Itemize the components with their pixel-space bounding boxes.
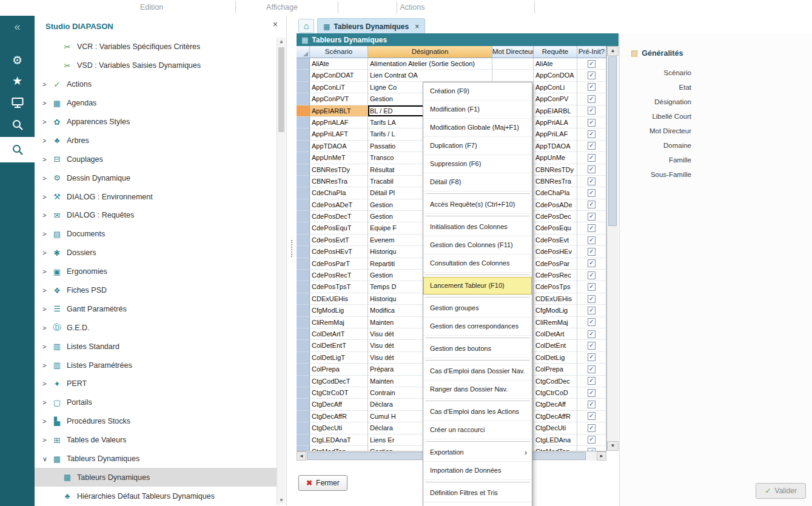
checkbox-checked-icon[interactable]: ✓ xyxy=(588,142,596,150)
tree-item-fiches-psd[interactable]: >❖Fiches PSD xyxy=(35,281,277,300)
column-header-scenario[interactable]: Scénario xyxy=(310,46,368,58)
tree-item-couplages[interactable]: >⊟Couplages xyxy=(35,150,277,168)
cell-scenario[interactable]: CdePosADeT xyxy=(310,199,368,211)
cell-pre-init[interactable]: ✓ xyxy=(577,411,606,422)
search-button[interactable] xyxy=(0,115,35,135)
checkbox-checked-icon[interactable]: ✓ xyxy=(588,130,596,138)
row-selector[interactable] xyxy=(297,422,310,434)
cell-mot-directeur[interactable] xyxy=(492,58,534,70)
cell-requete[interactable]: ColPrepa xyxy=(534,364,577,375)
menu-item-lancement-tableur-f10[interactable]: Lancement Tableur (F10) xyxy=(423,277,532,295)
scroll-up-icon[interactable]: ▲ xyxy=(607,46,619,56)
row-selector[interactable] xyxy=(297,305,310,316)
cell-requete[interactable]: AppConDOA xyxy=(534,70,577,81)
row-selector[interactable] xyxy=(297,235,310,246)
cell-pre-init[interactable]: ✓ xyxy=(577,352,606,364)
menu-item-importation-de-donnees[interactable]: Importation de Données xyxy=(423,462,532,480)
cell-scenario[interactable]: CtgDecAffR xyxy=(310,411,368,422)
scroll-down-icon[interactable]: ▼ xyxy=(607,441,619,451)
cell-pre-init[interactable]: ✓ xyxy=(577,82,606,93)
cell-requete[interactable]: CtgCtrCoD xyxy=(534,387,577,399)
menu-item-exportation[interactable]: Exportation› xyxy=(423,444,532,462)
row-selector[interactable] xyxy=(297,399,310,410)
checkbox-checked-icon[interactable]: ✓ xyxy=(588,165,596,173)
collapse-sidebar-button[interactable]: « xyxy=(0,18,35,35)
cell-requete[interactable]: CtgCodDec xyxy=(534,376,577,387)
cell-pre-init[interactable]: ✓ xyxy=(577,376,606,387)
cell-scenario[interactable]: CdePosDecT xyxy=(310,211,368,222)
tree-item-hierarchies-defaut-tableurs-dynamiques[interactable]: ♣Hiérarchies Défaut Tableurs Dynamiques xyxy=(35,487,277,505)
cell-requete[interactable]: ColDetLig xyxy=(534,352,577,364)
cell-pre-init[interactable]: ✓ xyxy=(577,164,606,176)
tree-item-dossiers[interactable]: >✱Dossiers xyxy=(35,244,277,262)
cell-requete[interactable]: CdePosEqu xyxy=(534,222,577,234)
cell-pre-init[interactable]: ✓ xyxy=(577,128,606,140)
cell-requete[interactable]: CtgDecUti xyxy=(534,422,577,434)
row-selector[interactable] xyxy=(297,93,310,105)
menu-item-definition-filtres-et-tris[interactable]: Définition Filtres et Tris xyxy=(423,484,532,502)
tree-item-dialog-requetes[interactable]: >✉DIALOG : Requêtes xyxy=(35,206,277,225)
checkbox-checked-icon[interactable]: ✓ xyxy=(588,224,596,232)
row-selector[interactable] xyxy=(297,128,310,140)
menu-item-modification-f1[interactable]: Modification (F1) xyxy=(423,101,532,119)
checkbox-checked-icon[interactable]: ✓ xyxy=(588,60,596,68)
cell-pre-init[interactable]: ✓ xyxy=(577,199,606,211)
cell-scenario[interactable]: AppTDAOA xyxy=(310,141,368,152)
row-selector[interactable] xyxy=(297,211,310,222)
cell-pre-init[interactable]: ✓ xyxy=(577,235,606,246)
row-selector[interactable] xyxy=(297,293,310,305)
cell-pre-init[interactable]: ✓ xyxy=(577,434,606,446)
cell-requete[interactable]: CdePosDec xyxy=(534,211,577,222)
cell-scenario[interactable]: CdeChaPla xyxy=(310,187,368,199)
cell-requete[interactable]: CtgLEDAna xyxy=(534,434,577,446)
tree-item-apparences-styles[interactable]: >✿Apparences Styles xyxy=(35,113,277,131)
row-selector[interactable] xyxy=(297,222,310,234)
cell-scenario[interactable]: AppPriLAFT xyxy=(310,128,368,140)
cell-pre-init[interactable]: ✓ xyxy=(577,399,606,410)
cell-requete[interactable]: AliAte xyxy=(534,58,577,70)
row-selector[interactable] xyxy=(297,340,310,351)
cell-scenario[interactable]: CtgCodDecT xyxy=(310,376,368,387)
cell-pre-init[interactable]: ✓ xyxy=(577,305,606,316)
cell-requete[interactable]: CBNResTDy xyxy=(534,164,577,176)
tree-item-listes-parametrees[interactable]: >▥Listes Paramétrées xyxy=(35,356,277,375)
menu-edition[interactable]: Edition xyxy=(124,3,179,12)
cell-scenario[interactable]: ColDetLigT xyxy=(310,352,368,364)
tree-item-documents[interactable]: >▤Documents xyxy=(35,225,277,244)
checkbox-checked-icon[interactable]: ✓ xyxy=(588,189,596,197)
checkbox-checked-icon[interactable]: ✓ xyxy=(588,318,596,326)
row-selector[interactable] xyxy=(297,364,310,375)
cell-scenario[interactable]: CDExUEHis xyxy=(310,293,368,305)
tab-close-icon[interactable]: × xyxy=(415,22,419,31)
row-selector[interactable] xyxy=(297,70,310,81)
cell-requete[interactable]: AppEIARBL xyxy=(534,105,577,117)
row-selector[interactable] xyxy=(297,187,310,199)
cell-scenario[interactable]: CtgDecUti xyxy=(310,422,368,434)
cell-designation[interactable]: Alimentation Atelier (Sortie Section) xyxy=(368,58,492,70)
row-selector[interactable] xyxy=(297,141,310,152)
select-all-corner[interactable] xyxy=(297,46,310,58)
table-row[interactable]: AppConDOATLien Contrat OAAppConDOA✓ xyxy=(297,70,606,81)
checkbox-checked-icon[interactable]: ✓ xyxy=(588,389,596,397)
cell-requete[interactable]: AppUnMe xyxy=(534,152,577,164)
menu-item-ranger-dans-dossier-nav[interactable]: Ranger dans Dossier Nav. xyxy=(423,381,532,399)
tree-item-vsd-variables-saisies-dynamiques[interactable]: ✂VSD : Variables Saisies Dynamiques xyxy=(35,56,277,75)
tree-item-g-e-d[interactable]: >ⒹG.E.D. xyxy=(35,318,277,337)
row-selector[interactable] xyxy=(297,270,310,281)
row-selector[interactable] xyxy=(297,176,310,187)
row-selector[interactable] xyxy=(297,258,310,270)
cell-requete[interactable]: CdeChaPla xyxy=(534,187,577,199)
tab-tableurs-dynamiques[interactable]: ▦ Tableurs Dynamiques × xyxy=(317,18,425,34)
cell-requete[interactable]: CfgModLig xyxy=(534,305,577,316)
checkbox-checked-icon[interactable]: ✓ xyxy=(588,342,596,350)
vertical-scrollbar[interactable]: ▲ ▼ xyxy=(606,46,619,451)
checkbox-checked-icon[interactable]: ✓ xyxy=(588,330,596,338)
cell-pre-init[interactable]: ✓ xyxy=(577,387,606,399)
checkbox-checked-icon[interactable]: ✓ xyxy=(588,271,596,279)
cell-pre-init[interactable]: ✓ xyxy=(577,364,606,375)
row-selector[interactable] xyxy=(297,199,310,211)
cell-requete[interactable]: CtgModTan xyxy=(534,446,577,451)
cell-scenario[interactable]: AppConDOAT xyxy=(310,70,368,81)
cell-requete[interactable]: CdePosEvt xyxy=(534,235,577,246)
checkbox-checked-icon[interactable]: ✓ xyxy=(588,236,596,244)
